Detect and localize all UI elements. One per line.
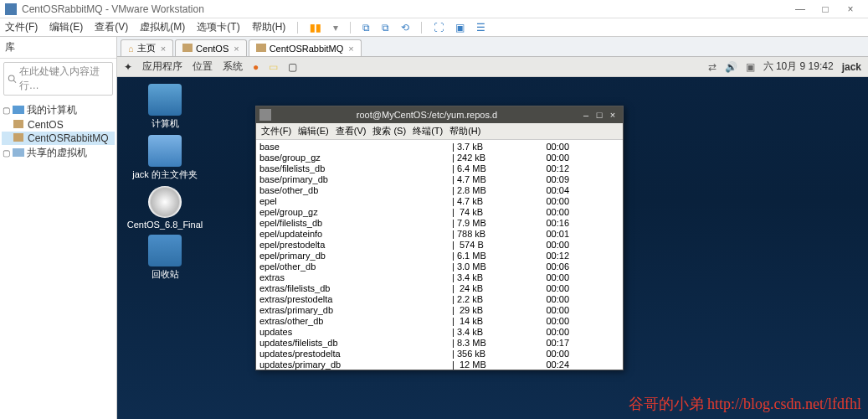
unity-icon[interactable]: ▣ bbox=[455, 22, 465, 34]
vm-icon bbox=[13, 133, 25, 143]
file-manager-icon[interactable]: ▭ bbox=[269, 61, 278, 73]
terminal-row: updates/filelists_db| 8.3 MB00:17 bbox=[259, 338, 619, 349]
terminal-row: epel/primary_db| 6.1 MB00:12 bbox=[259, 251, 619, 261]
terminal-row: extras/primary_db| 29 kB00:00 bbox=[259, 305, 619, 316]
window-titlebar: CentOSRabbitMQ - VMware Workstation — □ … bbox=[0, 0, 868, 18]
terminal-row: base| 3.7 kB00:00 bbox=[259, 142, 619, 153]
svg-rect-4 bbox=[13, 133, 23, 142]
vmware-icon bbox=[5, 3, 17, 15]
menu-edit[interactable]: 编辑(E) bbox=[49, 20, 83, 34]
toolbar-dropdown-icon[interactable]: ▾ bbox=[333, 22, 338, 34]
computer-icon bbox=[13, 106, 24, 116]
close-icon[interactable]: × bbox=[348, 44, 353, 54]
terminal-row: extras/prestodelta| 2.2 kB00:00 bbox=[259, 294, 619, 305]
separator bbox=[350, 22, 351, 34]
tree-vm-centosrabbitmq[interactable]: CentOSRabbitMQ bbox=[2, 132, 115, 145]
vm-icon bbox=[256, 44, 266, 54]
snapshot-manager-icon[interactable]: ⧉ bbox=[382, 22, 389, 34]
svg-point-0 bbox=[8, 75, 14, 81]
tab-strip: ⌂主页× CentOS× CentOSRabbitMQ× bbox=[117, 37, 868, 57]
pause-icon[interactable]: ▮▮ bbox=[310, 22, 321, 34]
watermark: 谷哥的小弟 http://blog.csdn.net/lfdfhl bbox=[629, 394, 861, 414]
svg-rect-2 bbox=[13, 106, 24, 114]
terminal-row: updates/primary_db| 12 MB00:24 bbox=[259, 360, 619, 370]
menu-help[interactable]: 帮助(H) bbox=[252, 20, 286, 34]
menu-vm[interactable]: 虚拟机(M) bbox=[140, 20, 185, 34]
separator bbox=[297, 22, 298, 34]
snapshot-icon[interactable]: ⧉ bbox=[362, 22, 370, 34]
desktop-home-folder[interactable]: jack 的主文件夹 bbox=[127, 135, 203, 181]
clock[interactable]: 六 10月 9 19:42 bbox=[763, 59, 834, 74]
vm-tree: ▢我的计算机 CentOS CentOSRabbitMQ ▢共享的虚拟机 bbox=[0, 99, 116, 164]
menu-file[interactable]: 文件(F) bbox=[5, 20, 38, 34]
terminal-row: base/group_gz| 242 kB00:00 bbox=[259, 153, 619, 163]
terminal-row: epel/group_gz| 74 kB00:00 bbox=[259, 207, 619, 218]
tree-sharedvms[interactable]: ▢共享的虚拟机 bbox=[2, 145, 115, 161]
term-menu-search[interactable]: 搜索 (S) bbox=[372, 125, 406, 137]
desktop-trash[interactable]: 回收站 bbox=[127, 235, 203, 281]
trash-icon bbox=[148, 235, 182, 266]
terminal-minimize-button[interactable]: – bbox=[579, 110, 593, 120]
search-placeholder: 在此处键入内容进行… bbox=[19, 65, 109, 93]
tab-home[interactable]: ⌂主页× bbox=[121, 39, 173, 56]
tree-root-mycomputer[interactable]: ▢我的计算机 bbox=[2, 102, 115, 118]
menu-applications[interactable]: 应用程序 bbox=[142, 59, 182, 74]
view-icon[interactable]: ☰ bbox=[476, 22, 485, 34]
svg-rect-6 bbox=[182, 44, 193, 52]
guest-desktop[interactable]: ✦ 应用程序 位置 系统 ● ▭ ▢ ⇄ 🔊 ▣ 六 10月 9 19:42 j… bbox=[117, 57, 868, 419]
search-icon bbox=[8, 74, 17, 84]
menu-view[interactable]: 查看(V) bbox=[95, 20, 128, 34]
svg-rect-3 bbox=[13, 120, 23, 128]
terminal-row: epel| 4.7 kB00:00 bbox=[259, 196, 619, 207]
terminal-window[interactable]: root@MyCentOS:/etc/yum.repos.d – □ × 文件(… bbox=[255, 106, 624, 370]
tree-vm-centos[interactable]: CentOS bbox=[2, 118, 115, 132]
terminal-row: base/primary_db| 4.7 MB00:09 bbox=[259, 174, 619, 185]
search-input[interactable]: 在此处键入内容进行… bbox=[3, 62, 113, 96]
terminal-row: updates/prestodelta| 356 kB00:00 bbox=[259, 349, 619, 360]
vm-icon bbox=[13, 120, 25, 130]
library-sidebar: 库 在此处键入内容进行… ▢我的计算机 CentOS CentOSRabbitM… bbox=[0, 37, 117, 419]
terminal-titlebar[interactable]: root@MyCentOS:/etc/yum.repos.d – □ × bbox=[256, 106, 623, 123]
tab-centosrabbitmq[interactable]: CentOSRabbitMQ× bbox=[249, 39, 362, 56]
terminal-maximize-button[interactable]: □ bbox=[593, 110, 606, 120]
folder-icon bbox=[148, 135, 182, 167]
terminal-row: epel/filelists_db| 7.9 MB00:16 bbox=[259, 218, 619, 229]
term-menu-edit[interactable]: 编辑(E) bbox=[298, 125, 329, 137]
desktop-computer[interactable]: 计算机 bbox=[127, 84, 203, 130]
snapshot-revert-icon[interactable]: ⟲ bbox=[401, 22, 409, 34]
firefox-icon[interactable]: ● bbox=[253, 61, 259, 73]
terminal-icon bbox=[259, 109, 271, 121]
close-icon[interactable]: × bbox=[161, 44, 166, 54]
close-icon[interactable]: × bbox=[234, 44, 239, 54]
menu-system[interactable]: 系统 bbox=[223, 59, 243, 74]
gnome-brand-icon: ✦ bbox=[124, 61, 132, 73]
tab-centos[interactable]: CentOS× bbox=[175, 39, 247, 56]
terminal-row: base/other_db| 2.8 MB00:04 bbox=[259, 185, 619, 196]
terminal-close-button[interactable]: × bbox=[606, 110, 619, 120]
term-menu-file[interactable]: 文件(F) bbox=[261, 125, 291, 137]
terminal-title: root@MyCentOS:/etc/yum.repos.d bbox=[275, 110, 579, 120]
term-menu-help[interactable]: 帮助(H) bbox=[449, 125, 480, 137]
window-minimize-button[interactable]: — bbox=[788, 3, 813, 15]
display-icon[interactable]: ▣ bbox=[746, 61, 755, 73]
terminal-row: updates| 3.4 kB00:00 bbox=[259, 327, 619, 338]
term-menu-terminal[interactable]: 终端(T) bbox=[413, 125, 443, 137]
fullscreen-icon[interactable]: ⛶ bbox=[434, 22, 444, 34]
terminal-output[interactable]: base| 3.7 kB00:00base/group_gz| 242 kB00… bbox=[256, 140, 623, 370]
terminal-row: epel/prestodelta| 574 B00:00 bbox=[259, 240, 619, 251]
sound-icon[interactable]: 🔊 bbox=[725, 61, 737, 73]
separator bbox=[421, 22, 422, 34]
user-menu[interactable]: jack bbox=[842, 61, 861, 73]
gnome-top-panel: ✦ 应用程序 位置 系统 ● ▭ ▢ ⇄ 🔊 ▣ 六 10月 9 19:42 j… bbox=[117, 57, 868, 77]
terminal-row: epel/updateinfo| 788 kB00:01 bbox=[259, 229, 619, 240]
desktop-dvd[interactable]: CentOS_6.8_Final bbox=[127, 186, 203, 230]
desktop-icons: 计算机 jack 的主文件夹 CentOS_6.8_Final 回收站 bbox=[127, 84, 203, 281]
shared-icon bbox=[13, 148, 24, 158]
network-icon[interactable]: ⇄ bbox=[708, 61, 716, 73]
menu-places[interactable]: 位置 bbox=[193, 59, 213, 74]
window-maximize-button[interactable]: □ bbox=[813, 3, 838, 15]
terminal-icon[interactable]: ▢ bbox=[288, 61, 297, 73]
window-close-button[interactable]: × bbox=[838, 3, 863, 15]
menu-tabs[interactable]: 选项卡(T) bbox=[197, 20, 239, 34]
term-menu-view[interactable]: 查看(V) bbox=[336, 125, 367, 137]
